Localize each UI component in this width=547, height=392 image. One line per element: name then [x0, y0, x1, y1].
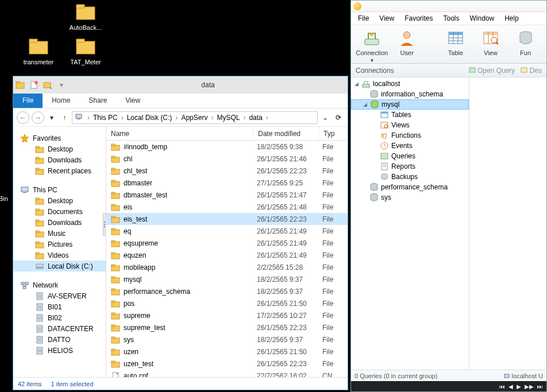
file-row[interactable]: pos26/1/2565 21:50File: [106, 297, 348, 309]
sidebar-item[interactable]: AV-SERVER: [13, 290, 106, 301]
desktop-icon[interactable]: AutoBack...: [64, 0, 107, 31]
menu-window[interactable]: Window: [465, 13, 499, 24]
tree-object[interactable]: Backups: [351, 172, 469, 182]
ribbon-tab-view[interactable]: View: [116, 94, 149, 108]
player-rw-icon[interactable]: ◀: [509, 383, 513, 390]
tree-object[interactable]: Tables: [351, 110, 469, 120]
player-play-icon[interactable]: ▶: [517, 383, 521, 390]
forward-button[interactable]: →: [32, 111, 44, 124]
tree-object[interactable]: Views: [351, 120, 469, 130]
breadcrumb-item[interactable]: This PC: [92, 114, 119, 122]
back-button[interactable]: ←: [17, 111, 29, 124]
sidebar-item[interactable]: Music: [13, 228, 106, 239]
expand-icon[interactable]: ◢: [353, 81, 359, 87]
player-next-icon[interactable]: ⏭: [537, 383, 543, 390]
sidebar-item[interactable]: Downloads: [13, 154, 106, 165]
navicat-titlebar[interactable]: [351, 1, 546, 12]
tree-connection[interactable]: ◢localhost: [351, 79, 469, 89]
sidebar-item[interactable]: Favorites: [13, 133, 106, 143]
sidebar-item[interactable]: Documents: [13, 206, 106, 217]
media-player-bar[interactable]: ⏮ ◀ ▶ ▶▶ ⏭: [351, 381, 546, 391]
expand-icon[interactable]: ◢: [362, 102, 368, 107]
breadcrumb-item[interactable]: Local Disk (C:): [126, 114, 174, 122]
file-row[interactable]: #innodb_temp18/2/2565 9:38File: [106, 141, 348, 153]
menu-help[interactable]: Help: [500, 13, 523, 24]
explorer-titlebar[interactable]: ▾ data: [13, 76, 348, 94]
file-row[interactable]: eis26/1/2565 21:48File: [106, 201, 348, 213]
sidebar-item[interactable]: Pictures: [13, 239, 106, 250]
toolbar-fun[interactable]: Fun: [508, 28, 543, 61]
tree-object[interactable]: f()Functions: [351, 130, 469, 141]
file-row[interactable]: auto.cnf22/7/2562 16:02CN: [106, 370, 348, 377]
menu-tools[interactable]: Tools: [439, 13, 464, 24]
breadcrumb-dropdown[interactable]: ⌄: [320, 114, 330, 122]
file-row[interactable]: uzen_test26/1/2565 22:23File: [106, 358, 348, 370]
history-dropdown[interactable]: ▾: [47, 114, 57, 122]
tree-database[interactable]: ◢mysql: [351, 99, 469, 110]
sidebar-splitter[interactable]: [103, 213, 106, 236]
column-type[interactable]: Typ: [319, 127, 348, 140]
breadcrumb-item[interactable]: AppServ: [180, 114, 209, 122]
menu-favorites[interactable]: Favorites: [400, 13, 437, 24]
breadcrumb[interactable]: › This PC›Local Disk (C:)›AppServ›MySQL›…: [72, 111, 318, 124]
sidebar-item[interactable]: Local Disk (C:): [13, 261, 106, 271]
file-row[interactable]: equzen26/1/2565 21:49File: [106, 249, 348, 261]
sidebar-item[interactable]: Desktop: [13, 195, 106, 206]
tree-database[interactable]: performance_schema: [351, 182, 469, 192]
sidebar-item[interactable]: DATTO: [13, 334, 106, 345]
toolbar-view[interactable]: View: [473, 28, 508, 61]
sidebar-item[interactable]: BI01: [13, 301, 106, 312]
ribbon-tab-file[interactable]: File: [13, 94, 43, 108]
new-item-icon[interactable]: [27, 80, 41, 90]
file-row[interactable]: dbmaster27/1/2565 9:25File: [106, 177, 348, 189]
open-query-button[interactable]: Open Query: [469, 67, 515, 75]
tree-object[interactable]: Events: [351, 141, 469, 151]
desktop-icon[interactable]: transmeter: [17, 34, 60, 65]
sidebar-item[interactable]: Desktop: [13, 143, 106, 154]
player-ff-icon[interactable]: ▶▶: [525, 383, 534, 390]
sidebar-item[interactable]: Recent places: [13, 165, 106, 176]
column-date[interactable]: Date modified: [253, 127, 319, 140]
sidebar-item[interactable]: BI02: [13, 312, 106, 323]
sidebar-item[interactable]: Videos: [13, 250, 106, 261]
file-row[interactable]: chl26/1/2565 21:46File: [106, 153, 348, 165]
column-name[interactable]: Name: [106, 127, 253, 140]
player-prev-icon[interactable]: ⏮: [499, 383, 505, 390]
design-button[interactable]: Des: [521, 67, 542, 75]
ribbon-tab-share[interactable]: Share: [79, 94, 116, 108]
desktop-icon[interactable]: TAT_Meter: [64, 34, 107, 65]
sidebar-item[interactable]: Network: [13, 280, 106, 290]
tree-database[interactable]: sys: [351, 192, 469, 203]
toolbar-table[interactable]: Table: [438, 28, 473, 61]
file-row[interactable]: eqsupreme26/1/2565 21:49File: [106, 237, 348, 249]
file-row[interactable]: dbmaster_test26/1/2565 21:47File: [106, 189, 348, 201]
sidebar-item[interactable]: This PC: [13, 184, 106, 195]
file-row[interactable]: performance_schema18/2/2565 9:37File: [106, 285, 348, 297]
file-row[interactable]: supreme17/2/2565 10:27File: [106, 309, 348, 321]
menu-file[interactable]: File: [353, 13, 373, 24]
ribbon-tab-home[interactable]: Home: [43, 94, 79, 108]
file-row[interactable]: sys18/2/2565 9:37File: [106, 333, 348, 346]
file-row[interactable]: uzen26/1/2565 21:50File: [106, 346, 348, 358]
up-button[interactable]: ↑: [59, 114, 70, 122]
file-row[interactable]: supreme_test26/1/2565 22:23File: [106, 321, 348, 333]
folder-dropdown-icon[interactable]: [41, 80, 55, 90]
sidebar-item[interactable]: Downloads: [13, 217, 106, 228]
breadcrumb-item[interactable]: data: [248, 114, 263, 122]
file-row[interactable]: chl_test26/1/2565 22:23File: [106, 165, 348, 177]
tree-database[interactable]: information_schema: [351, 89, 469, 99]
properties-icon[interactable]: ▾: [55, 81, 68, 89]
menu-view[interactable]: View: [375, 13, 399, 24]
sidebar-item[interactable]: DATACENTER: [13, 323, 106, 334]
toolbar-user[interactable]: User: [390, 28, 425, 61]
toolbar-connection[interactable]: Connection ▼: [355, 28, 390, 61]
breadcrumb-item[interactable]: MySQL: [215, 114, 241, 122]
file-row[interactable]: mysql18/2/2565 9:37File: [106, 273, 348, 285]
tree-object[interactable]: Queries: [351, 151, 469, 161]
tree-object[interactable]: Reports: [351, 161, 469, 172]
sidebar-item[interactable]: HELIOS: [13, 345, 106, 356]
file-list-columns[interactable]: Name Date modified Typ: [106, 127, 348, 141]
file-row[interactable]: mobileapp2/2/2565 15:28File: [106, 261, 348, 273]
file-row[interactable]: eis_test26/1/2565 22:23File: [106, 213, 348, 225]
refresh-button[interactable]: ⟳: [333, 114, 344, 122]
